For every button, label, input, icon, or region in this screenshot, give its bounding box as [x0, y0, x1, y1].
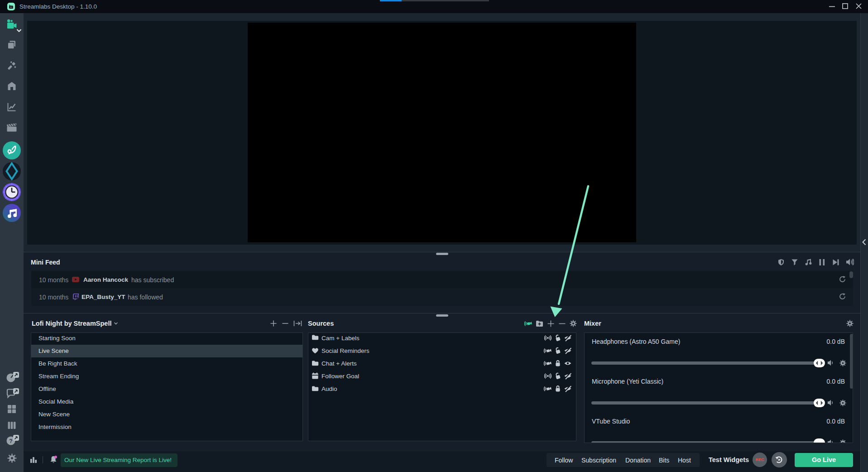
svg-text:?: ? [9, 438, 12, 444]
